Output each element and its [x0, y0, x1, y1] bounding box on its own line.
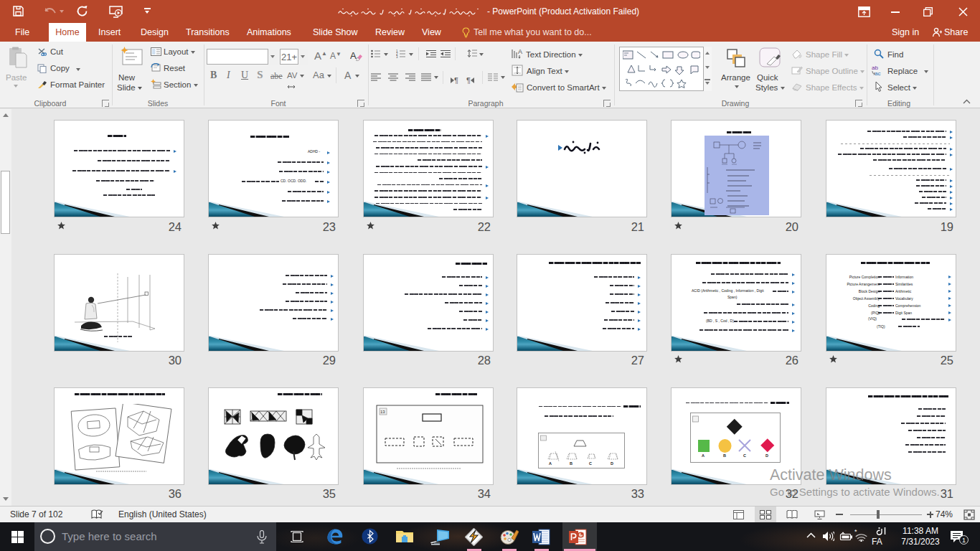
- svg-text:B: B: [723, 453, 726, 458]
- svg-text:A: A: [350, 50, 357, 61]
- svg-text:ac: ac: [875, 70, 880, 75]
- svg-text:C: C: [589, 461, 592, 466]
- svg-text:D: D: [765, 453, 768, 458]
- svg-text:B: B: [570, 461, 573, 466]
- svg-text:A: A: [549, 461, 552, 466]
- svg-text:*: *: [854, 529, 857, 535]
- svg-text:A: A: [702, 453, 705, 458]
- svg-text:3: 3: [396, 55, 398, 58]
- svg-text:A: A: [518, 48, 522, 55]
- svg-text:C: C: [743, 453, 746, 458]
- svg-text:D: D: [611, 461, 613, 466]
- svg-text:13: 13: [380, 410, 385, 414]
